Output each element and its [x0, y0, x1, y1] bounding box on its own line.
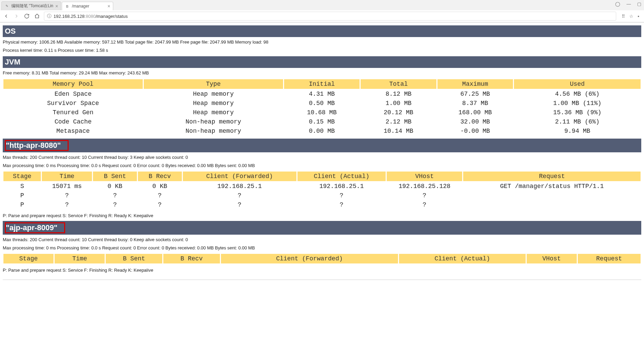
col-type: Type	[143, 79, 283, 89]
user-icon[interactable]: ◯	[615, 1, 620, 7]
table-cell: 0.50 MB	[284, 99, 360, 108]
url-input[interactable]: ⓘ 192.168.25.128:8080/manager/status	[44, 12, 616, 21]
tab-title: 编辑随笔 "Tomcat在Lin	[11, 3, 53, 9]
table-cell: Tenured Gen	[3, 108, 143, 117]
table-cell: GET /manager/status HTTP/1.1	[463, 182, 641, 191]
window-controls: ◯ — ▢	[615, 1, 641, 7]
col-request: Request	[577, 254, 641, 264]
table-cell: ?	[93, 191, 137, 200]
tab-title: /manager	[72, 4, 105, 9]
close-icon[interactable]: ×	[107, 3, 110, 9]
table-cell: Survivor Space	[3, 99, 143, 108]
maximize-button[interactable]: ▢	[637, 1, 641, 7]
col-vhost: VHost	[526, 254, 577, 264]
table-header-row: Memory Pool Type Initial Total Maximum U…	[3, 79, 641, 89]
col-stage: Stage	[3, 171, 41, 181]
table-cell: ?	[297, 191, 386, 200]
table-cell: Heap memory	[143, 90, 283, 98]
home-button[interactable]	[34, 13, 40, 20]
star-icon[interactable]: ☆	[629, 14, 633, 19]
table-header-row: Stage Time B Sent B Recv Client (Forward…	[3, 171, 641, 181]
table-cell: 2.12 MB	[360, 117, 436, 126]
col-brecv: B Recv	[138, 171, 182, 181]
col-bsent: B Sent	[105, 254, 163, 264]
table-cell: 1.00 MB	[360, 99, 436, 108]
table-row: P??????	[3, 200, 641, 209]
table-cell: ?	[386, 200, 462, 209]
url-path: /manager/status	[96, 14, 128, 19]
os-info-line-2: Process kernel time: 0.11 s Process user…	[3, 47, 641, 54]
table-cell: Non-heap memory	[143, 117, 283, 126]
tab-favicon-icon: 🗎	[65, 4, 70, 9]
table-header-row: Stage Time B Sent B Recv Client (Forward…	[3, 254, 641, 264]
col-maximum: Maximum	[437, 79, 513, 89]
table-cell: 10.68 MB	[284, 108, 360, 117]
tab-active[interactable]: 🗎 /manager ×	[62, 2, 113, 10]
table-cell: 15.36 MB (9%)	[514, 108, 641, 117]
close-icon[interactable]: ×	[55, 3, 58, 9]
table-cell: 4.56 MB (6%)	[514, 90, 641, 98]
minimize-button[interactable]: —	[627, 1, 631, 7]
back-button[interactable]	[3, 13, 10, 20]
col-total: Total	[360, 79, 436, 89]
forward-button[interactable]	[13, 13, 20, 20]
col-bsent: B Sent	[93, 171, 137, 181]
table-row: P??????	[3, 191, 641, 200]
http-threads-table: Stage Time B Sent B Recv Client (Forward…	[3, 171, 641, 210]
table-cell: ?	[138, 200, 182, 209]
translate-icon[interactable]: ⠿	[622, 14, 625, 19]
table-cell: 0.00 MB	[284, 127, 360, 136]
col-vhost: VHost	[386, 171, 462, 181]
extension-icon[interactable]: ▪	[637, 14, 639, 19]
table-cell: 0 KB	[93, 182, 137, 191]
table-row: Survivor SpaceHeap memory0.50 MB1.00 MB8…	[3, 99, 641, 108]
tab-favicon-icon: ✎	[4, 4, 9, 9]
col-client-fwd: Client (Forwarded)	[183, 171, 297, 181]
tab-strip: ✎ 编辑随笔 "Tomcat在Lin × 🗎 /manager ×	[0, 0, 644, 10]
table-cell: 15071 ms	[42, 182, 92, 191]
col-brecv: B Recv	[163, 254, 220, 264]
table-cell: 168.00 MB	[437, 108, 513, 117]
reload-button[interactable]	[23, 13, 30, 20]
table-cell: 4.31 MB	[284, 90, 360, 98]
col-request: Request	[463, 171, 641, 181]
table-cell: Metaspace	[3, 127, 143, 136]
table-cell: 0 KB	[138, 182, 182, 191]
addr-bar-right-icons: ⠿ ☆ ▪	[620, 14, 641, 19]
col-used: Used	[514, 79, 641, 89]
ajp-connector-name: "ajp-apr-8009"	[5, 222, 65, 233]
jvm-memory-table: Memory Pool Type Initial Total Maximum U…	[3, 79, 641, 136]
table-row: MetaspaceNon-heap memory0.00 MB10.14 MB-…	[3, 127, 641, 136]
page-content: OS Physical memory: 1006.26 MB Available…	[0, 25, 644, 294]
table-cell: Heap memory	[143, 99, 283, 108]
col-memory-pool: Memory Pool	[3, 79, 143, 89]
table-cell: 10.14 MB	[360, 127, 436, 136]
table-cell: 8.37 MB	[437, 99, 513, 108]
ajp-stage-legend: P: Parse and prepare request S: Service …	[3, 268, 641, 273]
table-cell: 192.168.25.1	[297, 182, 386, 191]
table-cell: ?	[138, 191, 182, 200]
tab-inactive[interactable]: ✎ 编辑随笔 "Tomcat在Lin ×	[1, 1, 61, 10]
table-cell: P	[3, 200, 41, 209]
table-cell: ?	[183, 191, 297, 200]
table-cell: ?	[42, 200, 92, 209]
table-cell: ?	[297, 200, 386, 209]
col-initial: Initial	[284, 79, 360, 89]
table-cell	[463, 191, 641, 200]
table-cell: 1.00 MB (11%)	[514, 99, 641, 108]
table-cell: 8.12 MB	[360, 90, 436, 98]
col-client-actual: Client (Actual)	[399, 254, 526, 264]
table-cell: P	[3, 191, 41, 200]
http-info-line-2: Max processing time: 0 ms Processing tim…	[3, 163, 641, 169]
url-port: :8080	[84, 14, 96, 19]
table-row: Code CacheNon-heap memory0.15 MB2.12 MB3…	[3, 117, 641, 126]
table-cell: S	[3, 182, 41, 191]
footer-divider	[3, 280, 641, 280]
table-cell: 2.11 MB (6%)	[514, 117, 641, 126]
table-cell: Non-heap memory	[143, 127, 283, 136]
col-client-fwd: Client (Forwarded)	[221, 254, 399, 264]
table-cell	[463, 200, 641, 209]
http-section-header: "http-apr-8080"	[3, 139, 641, 152]
table-row: S15071 ms0 KB0 KB192.168.25.1192.168.25.…	[3, 182, 641, 191]
table-cell: 0.15 MB	[284, 117, 360, 126]
